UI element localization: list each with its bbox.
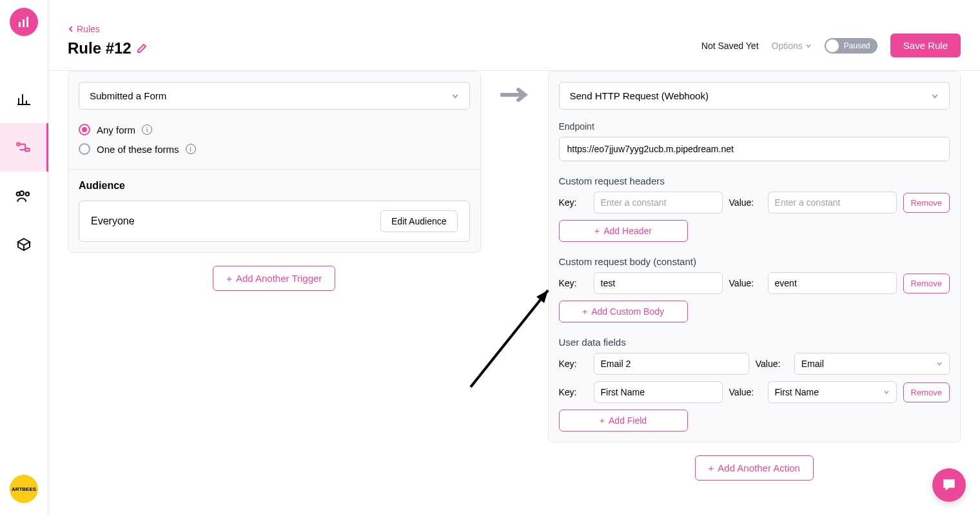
flow-arrow xyxy=(500,71,529,103)
add-body-button[interactable]: + Add Custom Body xyxy=(559,301,688,322)
chevron-down-icon xyxy=(451,92,459,100)
add-header-button[interactable]: + Add Header xyxy=(559,220,688,242)
chat-icon xyxy=(941,477,957,493)
radio-icon xyxy=(79,124,90,135)
radio-icon xyxy=(79,143,90,155)
endpoint-input[interactable] xyxy=(559,137,950,161)
value-label: Value: xyxy=(729,278,761,288)
value-label: Value: xyxy=(729,197,761,208)
svg-rect-8 xyxy=(25,148,30,151)
save-button[interactable]: Save Rule xyxy=(890,34,961,57)
toggle-label: Paused xyxy=(844,41,870,50)
plus-icon: + xyxy=(594,226,600,236)
nav-rules[interactable] xyxy=(0,123,48,172)
remove-field-button[interactable]: Remove xyxy=(903,382,950,402)
pencil-icon xyxy=(137,43,147,54)
save-status: Not Saved Yet xyxy=(701,41,759,51)
nav-packages[interactable] xyxy=(0,220,48,268)
radio-one-form[interactable]: One of these forms i xyxy=(79,139,470,159)
svg-rect-2 xyxy=(26,17,28,27)
users-icon xyxy=(15,188,32,204)
chat-fab[interactable] xyxy=(932,468,966,502)
remove-header-button[interactable]: Remove xyxy=(903,193,950,213)
add-trigger-button[interactable]: + Add Another Trigger xyxy=(213,266,335,291)
status-toggle[interactable]: Paused xyxy=(825,38,877,54)
toggle-handle xyxy=(826,39,839,52)
header-key-input[interactable] xyxy=(594,192,723,213)
breadcrumb-label: Rules xyxy=(77,24,100,34)
endpoint-label: Endpoint xyxy=(559,121,950,132)
radio-any-form[interactable]: Any form i xyxy=(79,120,470,139)
options-menu[interactable]: Options xyxy=(772,41,812,51)
plus-icon: + xyxy=(582,306,587,317)
header-value-input[interactable] xyxy=(768,192,897,213)
remove-body-button[interactable]: Remove xyxy=(903,273,950,293)
flow-icon xyxy=(15,139,32,156)
key-label: Key: xyxy=(559,197,587,208)
action-panel: Send HTTP Request (Webhook) Endpoint Cus… xyxy=(548,71,961,481)
info-icon[interactable]: i xyxy=(142,124,152,135)
value-label: Value: xyxy=(756,359,788,369)
box-icon xyxy=(16,237,32,252)
add-action-button[interactable]: + Add Another Action xyxy=(695,455,814,481)
chevron-left-icon xyxy=(68,26,74,32)
chevron-down-icon xyxy=(931,92,939,100)
value-label: Value: xyxy=(729,387,761,397)
field2-key-input[interactable] xyxy=(594,381,723,403)
svg-point-11 xyxy=(17,192,20,195)
plus-icon: + xyxy=(600,415,605,426)
trigger-select[interactable]: Submitted a Form xyxy=(79,82,470,110)
body-key-input[interactable] xyxy=(594,272,723,294)
chevron-down-icon xyxy=(805,43,812,49)
bar-chart-icon xyxy=(16,92,32,107)
field1-key-input[interactable] xyxy=(594,353,749,375)
svg-rect-0 xyxy=(19,22,21,27)
action-select[interactable]: Send HTTP Request (Webhook) xyxy=(559,82,950,110)
audience-box: Everyone Edit Audience xyxy=(79,201,470,242)
avatar[interactable]: ARTBEES xyxy=(10,475,38,503)
logo xyxy=(10,8,38,36)
logo-bars-icon xyxy=(17,15,30,28)
chevron-down-icon xyxy=(936,361,943,367)
field2-value-select[interactable]: First Name xyxy=(768,381,897,403)
add-field-button[interactable]: + Add Field xyxy=(559,410,688,432)
audience-value: Everyone xyxy=(91,215,135,227)
plus-icon: + xyxy=(709,462,714,473)
key-label: Key: xyxy=(559,387,587,397)
edit-audience-button[interactable]: Edit Audience xyxy=(380,210,458,232)
avatar-label: ARTBEES xyxy=(12,486,36,492)
nav-audiences[interactable] xyxy=(0,172,48,220)
body-title: Custom request body (constant) xyxy=(559,256,950,267)
plus-icon: + xyxy=(226,273,232,284)
arrow-right-icon xyxy=(500,87,529,103)
audience-title: Audience xyxy=(79,180,470,192)
nav-analytics[interactable] xyxy=(0,75,48,123)
breadcrumb[interactable]: Rules xyxy=(68,24,147,34)
headers-title: Custom request headers xyxy=(559,175,950,186)
main: Rules Rule #12 Not Saved Yet Options Pau… xyxy=(48,0,980,516)
trigger-panel: Submitted a Form Any form i One of these… xyxy=(68,71,481,291)
chevron-down-icon xyxy=(883,389,890,395)
svg-rect-1 xyxy=(23,19,24,27)
key-label: Key: xyxy=(559,278,587,288)
body-value-input[interactable] xyxy=(768,272,897,294)
edit-title-icon[interactable] xyxy=(137,39,147,57)
sidebar: ARTBEES xyxy=(0,0,48,516)
key-label: Key: xyxy=(559,359,587,369)
info-icon[interactable]: i xyxy=(186,144,196,154)
content: Submitted a Form Any form i One of these… xyxy=(48,71,980,516)
header: Rules Rule #12 Not Saved Yet Options Pau… xyxy=(48,0,980,71)
page-title: Rule #12 xyxy=(68,39,147,57)
svg-point-10 xyxy=(26,192,29,195)
svg-point-7 xyxy=(17,143,19,145)
fields-title: User data fields xyxy=(559,337,950,348)
field1-value-select[interactable]: Email xyxy=(794,353,950,375)
